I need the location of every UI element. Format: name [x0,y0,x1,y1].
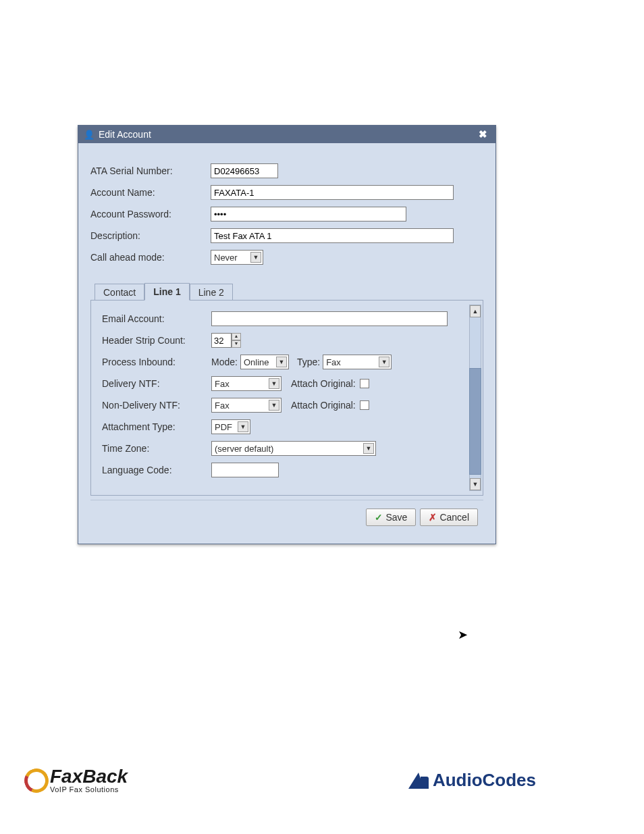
cursor-icon: ➤ [458,627,468,642]
audiocodes-logo-text: AudioCodes [433,770,536,791]
mode-select[interactable]: Online ▼ [240,355,289,369]
time-zone-label: Time Zone: [102,443,211,454]
attach-original-checkbox-1[interactable] [360,379,369,388]
call-ahead-label: Call ahead mode: [90,252,211,263]
chevron-down-icon: ▼ [363,443,374,454]
dialog-body: ATA Serial Number: Account Name: Account… [78,143,495,544]
time-zone-select[interactable]: (server default) ▼ [211,441,376,456]
spinner-buttons[interactable]: ▲ ▼ [232,333,241,348]
attach-original-label-2: Attach Original: [291,400,356,411]
attach-original-label-1: Attach Original: [291,378,356,389]
delivery-ntf-label: Delivery NTF: [102,378,211,389]
faxback-logo-text: FaxBack [50,767,128,786]
account-password-label: Account Password: [90,209,211,219]
tab-content-line1: Email Account: Header Strip Count: ▲ ▼ [90,300,483,496]
header-strip-label: Header Strip Count: [102,335,211,346]
tab-line1[interactable]: Line 1 [144,283,189,301]
attach-original-checkbox-2[interactable] [360,400,369,410]
process-inbound-label: Process Inbound: [102,357,211,367]
nondelivery-ntf-select[interactable]: Fax ▼ [211,398,281,413]
cancel-button[interactable]: ✗ Cancel [420,509,478,526]
scroll-down-icon[interactable]: ▼ [470,478,481,490]
tab-contact[interactable]: Contact [95,284,144,301]
header-strip-value[interactable] [211,333,232,348]
audiocodes-mark-icon [408,773,429,789]
close-icon[interactable]: ✖ [476,128,490,140]
tabs-container: Contact Line 1 Line 2 Email Account: Hea… [90,282,483,496]
chevron-down-icon: ▼ [269,378,279,389]
account-name-input[interactable] [211,185,454,200]
call-ahead-select[interactable]: Never ▼ [211,250,263,265]
ata-serial-label: ATA Serial Number: [90,165,211,176]
dialog-buttons: ✓ Save ✗ Cancel [90,500,483,534]
account-name-label: Account Name: [90,187,211,198]
chevron-down-icon: ▼ [238,421,248,432]
call-ahead-value: Never [214,253,238,263]
x-icon: ✗ [429,512,437,523]
user-link-icon: 👤 [84,130,95,140]
time-zone-value: (server default) [215,444,273,454]
delivery-ntf-value: Fax [215,379,230,389]
mode-value: Online [244,357,269,367]
save-button[interactable]: ✓ Save [366,509,416,526]
attachment-type-value: PDF [215,422,232,432]
check-icon: ✓ [375,512,383,523]
chevron-down-icon: ▼ [276,357,287,367]
scroll-up-icon[interactable]: ▲ [470,305,481,317]
language-code-label: Language Code: [102,465,211,475]
chevron-down-icon: ▼ [269,400,279,411]
tab-line2[interactable]: Line 2 [190,284,233,301]
page-footer: FaxBack VoIP Fax Solutions AudioCodes [24,767,536,793]
spinner-up-icon[interactable]: ▲ [232,333,241,340]
save-button-label: Save [385,512,407,523]
chevron-down-icon: ▼ [379,357,390,367]
cancel-button-label: Cancel [439,512,469,523]
titlebar-left: 👤 Edit Account [84,129,151,140]
header-strip-spinner[interactable]: ▲ ▼ [211,333,241,348]
nondelivery-ntf-label: Non-Delivery NTF: [102,400,211,411]
type-label: Type: [297,357,320,367]
type-value: Fax [326,357,341,367]
dialog-title: Edit Account [99,129,151,140]
dialog-titlebar[interactable]: 👤 Edit Account ✖ [78,126,495,143]
edit-account-dialog: 👤 Edit Account ✖ ATA Serial Number: Acco… [78,125,496,544]
faxback-ring-icon [21,764,52,796]
faxback-logo: FaxBack VoIP Fax Solutions [24,767,128,793]
attachment-type-label: Attachment Type: [102,421,211,432]
scroll-thumb[interactable] [469,368,481,475]
email-account-label: Email Account: [102,313,211,324]
ata-serial-input[interactable] [211,163,278,178]
attachment-type-select[interactable]: PDF ▼ [211,419,250,434]
mode-label: Mode: [211,357,238,367]
description-input[interactable] [211,228,454,243]
audiocodes-logo: AudioCodes [408,770,536,791]
spinner-down-icon[interactable]: ▼ [232,340,241,348]
faxback-logo-subtext: VoIP Fax Solutions [50,786,128,793]
nondelivery-ntf-value: Fax [215,400,230,411]
description-label: Description: [90,230,211,241]
account-password-input[interactable] [211,207,406,221]
type-select[interactable]: Fax ▼ [323,355,392,369]
chevron-down-icon: ▼ [250,252,261,263]
language-code-input[interactable] [211,463,279,477]
email-account-input[interactable] [211,311,448,326]
delivery-ntf-select[interactable]: Fax ▼ [211,376,281,391]
